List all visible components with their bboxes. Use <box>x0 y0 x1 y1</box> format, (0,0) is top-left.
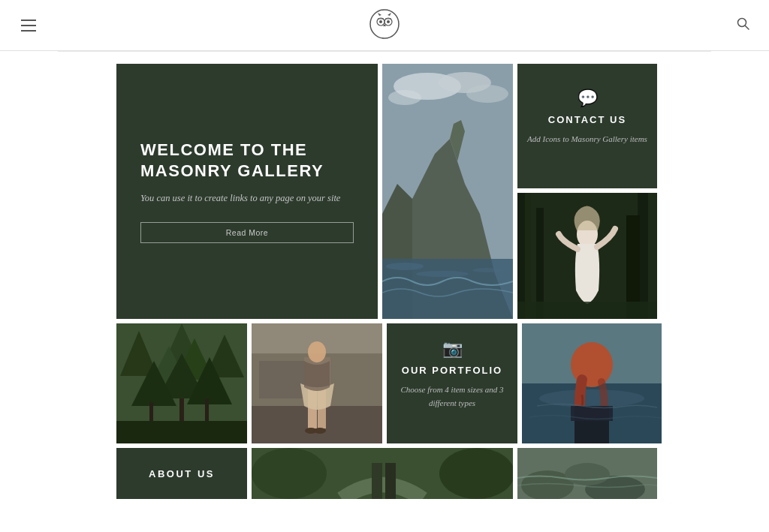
svg-point-3 <box>379 20 382 23</box>
river-path-photo <box>252 448 513 499</box>
svg-rect-44 <box>116 421 247 443</box>
svg-point-16 <box>388 90 421 105</box>
svg-rect-62 <box>372 463 382 499</box>
portfolio-title: OUR PORTFOLIO <box>402 365 502 376</box>
contact-title: CONTACT US <box>548 114 626 125</box>
svg-point-22 <box>416 271 469 277</box>
svg-point-57 <box>539 389 644 407</box>
about-card: ABOUT US <box>116 448 247 499</box>
svg-marker-7 <box>388 13 391 16</box>
svg-point-15 <box>466 85 508 103</box>
svg-point-65 <box>439 448 513 499</box>
water-rocks-photo <box>517 448 657 499</box>
svg-rect-47 <box>259 361 304 398</box>
svg-point-69 <box>565 463 610 485</box>
contact-description: Add Icons to Masonry Gallery items <box>527 133 647 146</box>
svg-rect-63 <box>385 463 396 499</box>
pine-trees-photo <box>116 323 247 443</box>
search-icon[interactable] <box>736 17 751 35</box>
welcome-card: WELCOME TO THE MASONRY GALLERY You can u… <box>116 64 378 319</box>
portfolio-icon: 📷 <box>442 341 463 357</box>
contact-card: 💬 CONTACT US Add Icons to Masonry Galler… <box>517 64 657 188</box>
svg-rect-31 <box>517 302 657 319</box>
svg-line-11 <box>746 26 749 29</box>
read-more-button[interactable]: Read More <box>140 222 354 243</box>
gallery-row-3: ABOUT US <box>116 448 653 499</box>
red-hair-photo <box>522 323 662 443</box>
woman-forest-photo <box>517 193 657 319</box>
header <box>0 0 769 51</box>
svg-point-52 <box>308 341 326 362</box>
site-logo <box>368 8 401 44</box>
contact-icon: 💬 <box>578 90 598 107</box>
svg-point-4 <box>387 20 390 23</box>
welcome-subtitle: You can use it to create links to any pa… <box>140 191 354 206</box>
gallery-row-1: WELCOME TO THE MASONRY GALLERY You can u… <box>116 64 653 319</box>
masonry-gallery: WELCOME TO THE MASONRY GALLERY You can u… <box>116 64 653 499</box>
about-title: ABOUT US <box>149 468 215 479</box>
svg-point-54 <box>314 428 326 434</box>
svg-point-64 <box>252 448 327 499</box>
menu-icon[interactable] <box>18 17 39 35</box>
svg-point-10 <box>738 18 746 26</box>
header-divider <box>58 51 711 52</box>
rocky-coast-photo <box>382 64 513 319</box>
portfolio-description: Choose from 4 item sizes and 3 different… <box>387 383 517 410</box>
welcome-title: WELCOME TO THE MASONRY GALLERY <box>140 140 354 181</box>
right-column: 💬 CONTACT US Add Icons to Masonry Galler… <box>517 64 657 319</box>
gallery-row-2: 📷 OUR PORTFOLIO Choose from 4 item sizes… <box>116 323 653 443</box>
woman-street-photo <box>252 323 382 443</box>
svg-point-23 <box>472 268 502 272</box>
portfolio-card: 📷 OUR PORTFOLIO Choose from 4 item sizes… <box>387 323 517 443</box>
svg-marker-6 <box>378 13 381 16</box>
svg-rect-26 <box>525 193 531 319</box>
svg-point-21 <box>386 263 424 270</box>
